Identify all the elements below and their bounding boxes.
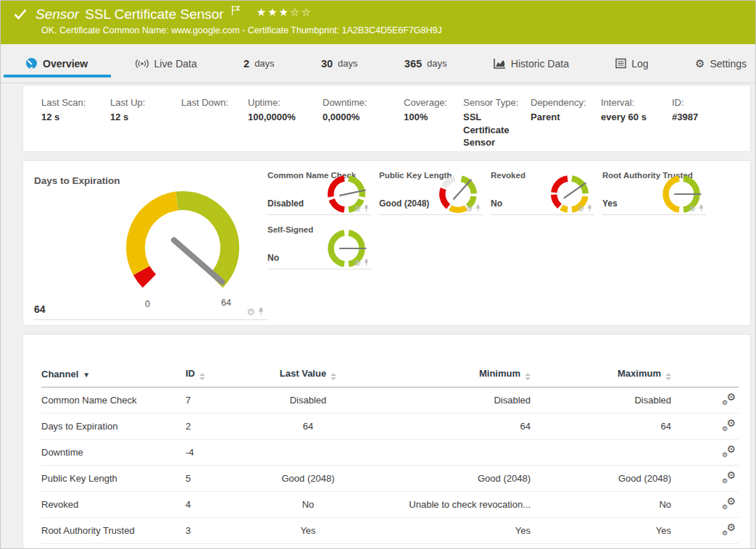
- gauge-settings-icon[interactable]: ⚙: [689, 205, 696, 213]
- gauge-cell-self-signed: Self-SignedNo⚙: [267, 222, 371, 269]
- cell-actions: ⚙⚙: [674, 492, 739, 518]
- tab-label: days: [338, 58, 357, 69]
- channel-settings-button[interactable]: ⚙⚙: [723, 419, 736, 431]
- col-header-last-value[interactable]: Last Value: [254, 364, 365, 387]
- gauge-title: Days to Expiration: [34, 169, 267, 186]
- cell-id: 6: [186, 544, 254, 549]
- tab-label: Overview: [43, 58, 88, 70]
- cell-actions: ⚙⚙: [674, 544, 739, 549]
- tab-log[interactable]: Log: [612, 44, 651, 83]
- channel-settings-button[interactable]: ⚙⚙: [723, 445, 736, 457]
- cell-actions: ⚙⚙: [674, 440, 739, 466]
- tab-label: Live Data: [154, 58, 197, 70]
- cell-actions: ⚙⚙: [674, 466, 739, 492]
- gauge-pin-icon[interactable]: [586, 204, 593, 213]
- gauge-pin-icon[interactable]: [475, 204, 481, 213]
- gauge-settings-icon[interactable]: ⚙: [354, 205, 361, 213]
- tab-label: days: [427, 58, 446, 69]
- gauge-pin-icon[interactable]: [363, 259, 370, 267]
- sensor-info-strip: Last Scan:12 sLast Up:12 sLast Down:Upti…: [22, 85, 751, 152]
- cell-actions: ⚙⚙: [674, 387, 739, 414]
- tab-bar: OverviewLive Data2days30days365daysHisto…: [1, 44, 755, 83]
- tab-label: Settings: [710, 58, 747, 70]
- info-item-coverage: Coverage:100%: [404, 97, 463, 151]
- info-value: 12 s: [110, 111, 175, 124]
- channel-settings-button[interactable]: ⚙⚙: [723, 393, 736, 405]
- sort-desc-icon[interactable]: ▼: [83, 371, 90, 379]
- table-header-row: Channel▼IDLast ValueMinimumMaximum: [41, 364, 739, 387]
- channel-table: Channel▼IDLast ValueMinimumMaximumCommon…: [41, 364, 739, 549]
- channel-name[interactable]: Common Name Check: [41, 387, 186, 414]
- channel-settings-button[interactable]: ⚙⚙: [723, 498, 736, 509]
- gauge-settings-icon[interactable]: ⚙: [577, 205, 584, 213]
- priority-stars[interactable]: ★★★☆☆: [257, 6, 312, 19]
- info-value: 12 s: [41, 111, 104, 124]
- col-label: Last Value: [280, 368, 326, 379]
- channel-name[interactable]: Public Key Length: [41, 466, 186, 492]
- gauge-action-icons: ⚙: [354, 259, 370, 267]
- gauge-action-icons: ⚙: [354, 204, 370, 213]
- tab-30-days[interactable]: 30days: [318, 44, 361, 83]
- sort-icon[interactable]: [199, 373, 205, 380]
- gauge-pin-icon[interactable]: [257, 307, 265, 317]
- cell-maximum: Good (2048): [533, 466, 674, 492]
- col-header-maximum[interactable]: Maximum: [533, 364, 674, 387]
- gauge-settings-icon[interactable]: ⚙: [246, 307, 255, 317]
- sort-icon[interactable]: [525, 373, 531, 380]
- settings-icon: ⚙: [695, 58, 705, 69]
- channel-name[interactable]: Days to Expiration: [41, 414, 186, 440]
- cell-maximum: No: [533, 544, 674, 549]
- info-label: Coverage:: [404, 97, 457, 108]
- col-header-minimum[interactable]: Minimum: [365, 364, 533, 387]
- col-label: Minimum: [479, 368, 520, 379]
- table-row-root-authority-trusted: Root Authority Trusted3YesYesYes⚙⚙: [41, 518, 739, 544]
- channel-settings-button[interactable]: ⚙⚙: [723, 472, 736, 483]
- info-item-sensor-type: Sensor Type:SSL Certificate Sensor: [463, 97, 531, 151]
- table-row-downtime: Downtime-4⚙⚙: [41, 440, 739, 466]
- info-item-last-down: Last Down:: [181, 97, 248, 151]
- chart-icon: [494, 58, 506, 69]
- cell-minimum: 64: [365, 414, 533, 440]
- info-label: Last Down:: [181, 97, 242, 108]
- tab-overview[interactable]: Overview: [22, 44, 91, 83]
- gauge-current-value: Good (2048): [379, 198, 429, 209]
- sort-icon[interactable]: [665, 373, 671, 380]
- table-row-common-name-check: Common Name Check7DisabledDisabledDisabl…: [41, 387, 739, 414]
- tab-historic-data[interactable]: Historic Data: [491, 44, 572, 83]
- cell-id: 4: [186, 492, 254, 518]
- cell-last-value: Disabled: [254, 387, 365, 414]
- channel-name[interactable]: Revoked: [41, 492, 186, 518]
- col-header-id[interactable]: ID: [186, 364, 254, 387]
- channel-name[interactable]: Downtime: [41, 440, 186, 466]
- flag-icon[interactable]: [231, 5, 241, 19]
- channel-settings-button[interactable]: ⚙⚙: [723, 524, 736, 535]
- channel-name[interactable]: Self-Signed: [41, 544, 186, 549]
- gauge-settings-icon[interactable]: ⚙: [354, 259, 361, 267]
- sort-icon[interactable]: [331, 373, 336, 380]
- page-title: SSL Certificate Sensor: [85, 7, 224, 22]
- gauge-settings-icon[interactable]: ⚙: [465, 205, 473, 213]
- cell-last-value: [254, 440, 365, 466]
- gauge-icon: [25, 57, 38, 70]
- gauge-pin-icon[interactable]: [698, 204, 705, 213]
- tab-365-days[interactable]: 365days: [402, 44, 450, 83]
- gauge-pin-icon[interactable]: [363, 204, 370, 213]
- channel-name[interactable]: Root Authority Trusted: [41, 518, 186, 544]
- table-row-days-to-expiration: Days to Expiration2646464⚙⚙: [41, 414, 739, 440]
- tab-settings[interactable]: ⚙Settings: [692, 44, 749, 83]
- cell-actions: ⚙⚙: [674, 518, 739, 544]
- info-item-uptime: Uptime:100,0000%: [248, 97, 323, 151]
- info-item-interval: Interval:every 60 s: [601, 97, 672, 151]
- cell-actions: ⚙⚙: [674, 414, 739, 440]
- cell-minimum: Yes: [365, 518, 533, 544]
- gauge-cell-public-key-length: Public Key LengthGood (2048)⚙: [379, 168, 483, 215]
- info-label: Dependency:: [531, 97, 595, 108]
- log-icon: [615, 58, 626, 69]
- gauge-current-value: Disabled: [267, 198, 304, 209]
- gauge-current-value: No: [267, 253, 279, 263]
- cell-last-value: No: [254, 544, 365, 549]
- col-header-channel[interactable]: Channel▼: [41, 364, 186, 387]
- tab-live-data[interactable]: Live Data: [132, 44, 200, 83]
- info-label: Sensor Type:: [463, 97, 525, 108]
- tab-2-days[interactable]: 2days: [241, 44, 278, 83]
